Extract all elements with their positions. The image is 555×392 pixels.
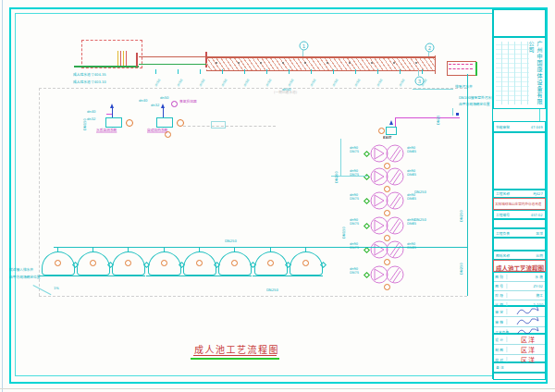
tank-riser bbox=[234, 247, 235, 252]
small-pipe-label: dn32 bbox=[87, 117, 95, 121]
drawing-name-box: 成人池工艺流程图 bbox=[493, 260, 546, 272]
company-fine-print bbox=[496, 42, 529, 104]
band-dot bbox=[349, 62, 351, 64]
dwgname-value: 比例 bbox=[536, 252, 543, 258]
small-pipe-label: dn50 bbox=[160, 96, 168, 100]
ref-bubble-1: 1 bbox=[300, 42, 309, 51]
floor-tick bbox=[355, 69, 356, 74]
drain-note2-line1: DN100接至室外污水井 bbox=[459, 96, 495, 100]
drain-leader bbox=[413, 89, 453, 90]
floor-tick bbox=[222, 69, 223, 74]
doser1-arrow-stem bbox=[112, 108, 113, 117]
ozone-label: 臭氧投加器 bbox=[179, 100, 197, 104]
small-pipe-label: dn50 bbox=[282, 88, 290, 92]
floor-tick bbox=[422, 69, 423, 74]
floor-tick bbox=[311, 69, 312, 74]
floor-tick bbox=[200, 69, 201, 74]
floor-tick bbox=[377, 69, 378, 74]
signature-table: 审 定 审 核 工艺负责 bbox=[493, 306, 546, 334]
title-block-blank-box bbox=[493, 132, 546, 190]
tank-sight-glass bbox=[302, 260, 309, 266]
exit-device-arrow bbox=[389, 120, 393, 125]
tank-base bbox=[216, 276, 252, 276]
pump-drain-circle bbox=[384, 284, 390, 290]
drawing-title: 成人池工艺流程图 bbox=[194, 342, 279, 356]
pump-left-label: dn90DN75 bbox=[350, 193, 359, 201]
main-drain-pipe bbox=[467, 74, 468, 296]
band-dot bbox=[216, 62, 217, 64]
energy-approval-value: 4T-049 bbox=[531, 125, 543, 129]
pool-water-label: 成人戏水池 ▽404.35 bbox=[73, 73, 106, 77]
floor-tick bbox=[155, 69, 156, 74]
dwgname-label: 图纸名称 bbox=[496, 252, 510, 258]
dn250-label: DN250 bbox=[460, 210, 463, 222]
band-dot bbox=[238, 62, 240, 64]
project-code-row: 工程编号 4ST-02 bbox=[493, 210, 546, 219]
tank-sight-glass bbox=[125, 260, 131, 266]
dn250-label: DN250 bbox=[414, 218, 426, 222]
signature-scribble bbox=[515, 307, 541, 316]
balance-tank-outline bbox=[81, 40, 142, 68]
pump-left-label: dn90DN75 bbox=[350, 267, 359, 275]
doser1-body bbox=[105, 117, 122, 128]
project-label: 工程名称 bbox=[496, 191, 510, 197]
small-pipe-label: dn40 bbox=[87, 110, 95, 114]
stamp-signature: 区洋 bbox=[521, 335, 536, 344]
exit-device-circle bbox=[378, 128, 385, 134]
dn250-label: DN250 bbox=[460, 263, 463, 275]
signature-scribble bbox=[515, 317, 541, 326]
doser2-arrow-head bbox=[161, 104, 165, 108]
pump-left-label: dn90DN75 bbox=[350, 218, 359, 226]
drain-note2-line2: 由甲方现场确定位置 bbox=[459, 103, 489, 106]
doser1-pump-circle bbox=[126, 119, 133, 127]
band-dot bbox=[304, 62, 306, 64]
stamp-row: 设 计区洋 bbox=[494, 335, 545, 345]
band-dot bbox=[282, 62, 284, 64]
dwgname-label-row: 图纸名称 比例 bbox=[493, 251, 546, 260]
lead-label: 工程负责 bbox=[496, 230, 510, 236]
project-name-row: 太阳城绿地山庄室内外泳池改造 bbox=[493, 198, 546, 210]
tank-riser bbox=[57, 247, 58, 252]
tank-riser bbox=[270, 247, 271, 252]
pump-right-label: dn90DN65 bbox=[407, 193, 416, 201]
left-note-line1: 就近接入排水井 bbox=[9, 268, 33, 272]
project-label-row: 工程名称 PJ427 bbox=[493, 190, 546, 198]
tank-sight-glass bbox=[267, 260, 274, 266]
tank-riser bbox=[305, 247, 306, 252]
stamp-row: 制 图区洋 bbox=[494, 345, 545, 355]
floor-tick bbox=[244, 69, 245, 74]
project-code-label: 工程编号 bbox=[496, 212, 510, 217]
drain-note: 排至污水井 bbox=[455, 85, 473, 89]
dosing-circle bbox=[165, 131, 171, 138]
room-outline-left bbox=[39, 88, 40, 296]
left-note-line2: 由甲方现场确定位置 bbox=[9, 276, 40, 279]
doser1-label: 水质监测系统 bbox=[96, 129, 117, 132]
chem-pipe-v bbox=[395, 117, 396, 127]
tank-sight-glass bbox=[196, 260, 203, 266]
project-value: PJ427 bbox=[534, 191, 543, 195]
tank-base bbox=[110, 276, 145, 276]
floor-tick bbox=[289, 69, 290, 74]
ozone-circle bbox=[171, 101, 178, 107]
pump-right-label: dn90DN65 bbox=[407, 169, 416, 177]
deck-line bbox=[74, 66, 139, 67]
tank-base bbox=[288, 276, 323, 276]
info-row: 阶 段施工 bbox=[494, 291, 545, 300]
signature-row: 审 核 bbox=[494, 317, 545, 327]
dosing-box bbox=[211, 121, 226, 129]
pump-column-pipe bbox=[340, 139, 341, 176]
info-row: 图 别水 施 bbox=[494, 273, 545, 282]
drawing-title-underline-green bbox=[191, 358, 279, 360]
tank-base bbox=[146, 276, 181, 276]
small-pipe-label: dn40 bbox=[139, 99, 147, 103]
dn200-label: DN200 bbox=[335, 171, 339, 183]
tank-riser bbox=[199, 247, 200, 252]
drain-marker-dot bbox=[456, 113, 459, 116]
tank-riser bbox=[164, 247, 165, 252]
drain-marker-line bbox=[452, 108, 453, 116]
tank-riser bbox=[128, 247, 129, 252]
note-row: 备 注 bbox=[493, 362, 546, 373]
tank-riser bbox=[92, 247, 93, 252]
band-dot bbox=[371, 62, 373, 64]
page-edge-line bbox=[2, 0, 3, 392]
